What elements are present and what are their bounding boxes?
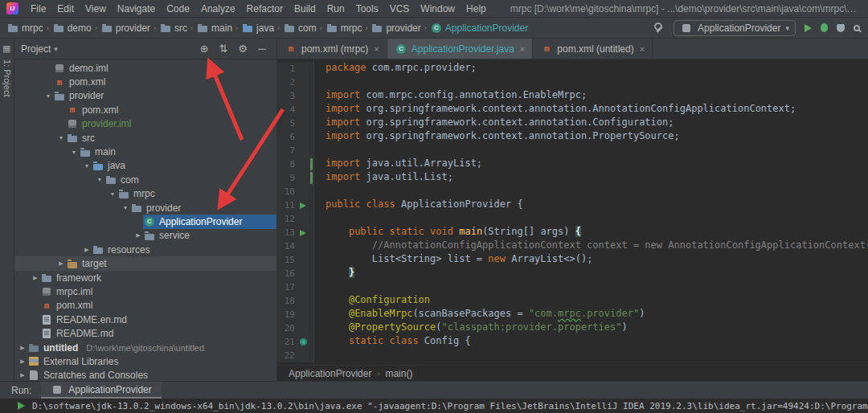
runnable-class-icon[interactable]: [300, 338, 307, 346]
code-line-7[interactable]: 7: [277, 144, 868, 157]
collapse-all-icon[interactable]: ⇅: [215, 43, 231, 55]
tree-item-java[interactable]: ▼java: [14, 159, 276, 173]
tree-item-readme-en-md[interactable]: README.en.md: [14, 313, 276, 326]
tree-item-service[interactable]: ▶service: [14, 229, 276, 243]
breadcrumb-item-provider[interactable]: provider: [99, 22, 152, 35]
tree-item-provider[interactable]: ▼provider: [14, 89, 276, 103]
tree-toggle-icon[interactable]: ▼: [108, 191, 117, 197]
hide-panel-icon[interactable]: ─: [254, 43, 270, 55]
rerun-icon[interactable]: [18, 402, 25, 410]
menu-window[interactable]: Window: [415, 2, 461, 16]
search-everywhere-icon[interactable]: [854, 25, 860, 31]
code-line-2[interactable]: 2: [277, 76, 868, 89]
editor-breadcrumb-applicationprovider[interactable]: ApplicationProvider: [289, 368, 371, 379]
editor-tab-applicationprovider-java[interactable]: ApplicationProvider.java×: [387, 39, 534, 59]
menu-vcs[interactable]: VCS: [384, 2, 416, 16]
code-line-19[interactable]: 19 @EnableMrpc(scanBasePackages = "com.m…: [277, 308, 868, 321]
code-line-20[interactable]: 20 @PropertySource("classpath:provider.p…: [277, 321, 868, 335]
tree-item-applicationprovider[interactable]: ApplicationProvider: [14, 215, 276, 228]
tree-toggle-icon[interactable]: ▶: [82, 247, 92, 253]
code-line-5[interactable]: 5import org.springframework.context.anno…: [277, 117, 868, 130]
gear-icon[interactable]: ⚙: [235, 43, 251, 55]
project-tool-window-icon[interactable]: ▦: [2, 43, 10, 54]
tree-toggle-icon[interactable]: ▶: [18, 372, 27, 378]
breadcrumb-item-provider[interactable]: provider: [369, 22, 422, 35]
code-line-17[interactable]: 17: [277, 280, 868, 294]
wrench-icon[interactable]: [653, 22, 665, 34]
close-icon[interactable]: ×: [640, 44, 645, 54]
tree-toggle-icon[interactable]: ▶: [18, 358, 27, 365]
close-icon[interactable]: ×: [374, 44, 379, 54]
tree-toggle-icon[interactable]: ▼: [56, 135, 66, 141]
tree-toggle-icon[interactable]: ▶: [31, 275, 40, 281]
run-button[interactable]: [805, 24, 812, 32]
run-tab[interactable]: ApplicationProvider: [41, 382, 161, 399]
editor-tab-pom-xml-untitled[interactable]: pom.xml (untitled)×: [533, 39, 653, 59]
code-line-13[interactable]: 13 public static void main(String[] args…: [277, 226, 868, 239]
menu-build[interactable]: Build: [289, 2, 321, 16]
tree-item-mrpc-iml[interactable]: mrpc.iml: [14, 284, 276, 298]
tree-item-provider-iml[interactable]: provider.iml: [14, 117, 276, 131]
tree-toggle-icon[interactable]: ▶: [133, 232, 143, 239]
tree-item-resources[interactable]: ▶resources: [14, 243, 276, 256]
tree-toggle-icon[interactable]: ▼: [43, 93, 53, 99]
breadcrumb-item-java[interactable]: java: [240, 22, 276, 35]
code-line-15[interactable]: 15 List<String> list = new ArrayList<>()…: [277, 253, 868, 267]
tree-item-demo-iml[interactable]: demo.iml: [14, 61, 276, 75]
code-line-4[interactable]: 4import org.springframework.context.anno…: [277, 103, 868, 117]
menu-view[interactable]: View: [80, 2, 112, 16]
menu-tools[interactable]: Tools: [350, 2, 384, 16]
debug-button[interactable]: [821, 23, 828, 32]
close-icon[interactable]: ×: [520, 44, 525, 54]
code-editor[interactable]: 1package com.mrpc.provider;23import com.…: [277, 59, 868, 365]
code-line-11[interactable]: 11public class ApplicationProvider {: [277, 198, 868, 212]
breadcrumb-item-com[interactable]: com: [281, 22, 318, 35]
code-line-1[interactable]: 1package com.mrpc.provider;: [277, 62, 868, 76]
tree-item-pom-xml[interactable]: pom.xml: [14, 299, 276, 313]
code-line-18[interactable]: 18 @Configuration: [277, 294, 868, 308]
tree-item-src[interactable]: ▼src: [14, 131, 276, 145]
breadcrumb-item-mrpc[interactable]: mrpc: [324, 22, 364, 35]
code-line-9[interactable]: 9import java.util.List;: [277, 171, 868, 185]
menu-run[interactable]: Run: [321, 2, 350, 16]
tree-item-target[interactable]: ▶target: [14, 256, 276, 270]
tree-toggle-icon[interactable]: ▶: [18, 345, 27, 351]
project-view-dropdown[interactable]: Project: [21, 43, 51, 55]
tree-item-mrpc[interactable]: ▼mrpc: [14, 187, 276, 201]
locate-file-icon[interactable]: ⊕: [196, 43, 212, 55]
tree-item-main[interactable]: ▼main: [14, 145, 276, 158]
menu-refactor[interactable]: Refactor: [241, 2, 289, 16]
menu-navigate[interactable]: Navigate: [112, 2, 161, 16]
tree-item-com[interactable]: ▼com: [14, 173, 276, 186]
tree-item-provider[interactable]: ▼provider: [14, 201, 276, 215]
breadcrumb-item-src[interactable]: src: [158, 22, 189, 35]
tree-toggle-icon[interactable]: ▼: [82, 163, 92, 169]
code-line-16[interactable]: 16 }: [277, 267, 868, 280]
tree-item-framework[interactable]: ▶framework: [14, 271, 276, 284]
code-line-14[interactable]: 14 //AnnotationConfigApplicationContext …: [277, 239, 868, 253]
code-line-6[interactable]: 6import org.springframework.context.anno…: [277, 130, 868, 144]
tree-item-readme-md[interactable]: README.md: [14, 326, 276, 340]
breadcrumb-item-main[interactable]: main: [194, 22, 234, 35]
project-strip-label[interactable]: 1: Project: [2, 59, 12, 96]
code-line-21[interactable]: 21 static class Config {: [277, 335, 868, 349]
coverage-button[interactable]: [837, 24, 845, 32]
menu-file[interactable]: File: [25, 2, 51, 16]
editor-breadcrumb-main[interactable]: main(): [385, 368, 412, 379]
tree-toggle-icon[interactable]: ▼: [69, 149, 79, 155]
editor-tab-pom-xml-mrpc[interactable]: pom.xml (mrpc)×: [277, 39, 387, 59]
tree-item-scratches-and-consoles[interactable]: ▶Scratches and Consoles: [14, 369, 276, 381]
tree-toggle-icon[interactable]: ▼: [95, 177, 104, 182]
breadcrumb-item-mrpc[interactable]: mrpc: [5, 22, 45, 35]
breadcrumb-item-applicationprovider[interactable]: ApplicationProvider: [428, 22, 530, 35]
menu-help[interactable]: Help: [461, 2, 492, 16]
code-line-8[interactable]: 8import java.util.ArrayList;: [277, 157, 868, 171]
menu-code[interactable]: Code: [161, 2, 195, 16]
code-line-12[interactable]: 12: [277, 212, 868, 226]
code-line-3[interactable]: 3import com.mrpc.config.annotation.Enabl…: [277, 89, 868, 103]
tree-item-untitled[interactable]: ▶untitledD:\work\me\gitoschina\untitled: [14, 341, 276, 354]
code-line-10[interactable]: 10: [277, 185, 868, 198]
tree-item-pom-xml[interactable]: pom.xml: [14, 103, 276, 117]
run-configuration-select[interactable]: ApplicationProvider ▾: [674, 20, 796, 36]
tree-item-pom-xml[interactable]: pom.xml: [14, 75, 276, 88]
